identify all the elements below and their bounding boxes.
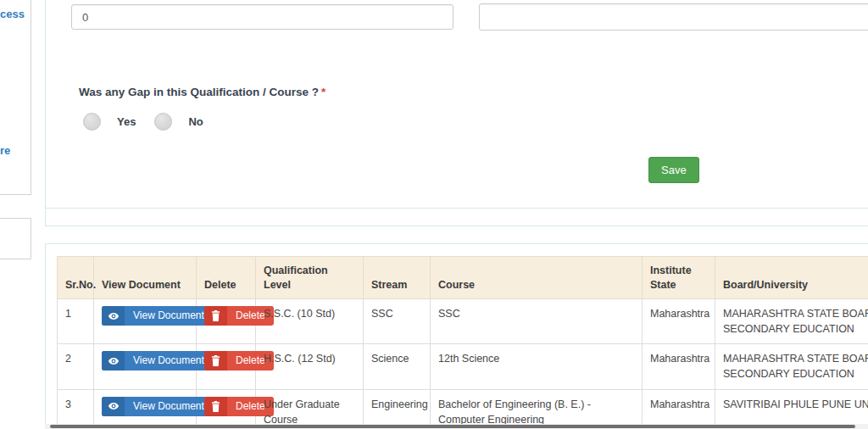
required-asterisk: *: [321, 86, 326, 98]
trash-icon: [204, 351, 227, 370]
cell-stream: SSC: [364, 299, 431, 344]
radio-no[interactable]: [154, 113, 172, 131]
table-body: 1 View Document Delete S.S.C. (10 Std) S…: [58, 299, 868, 429]
header-view-document: View Document: [94, 257, 197, 299]
table-row: 2 View Document Delete H.S.C. (12 Std) S…: [58, 344, 868, 389]
cell-delete: Delete: [197, 299, 256, 344]
cell-delete: Delete: [197, 389, 256, 429]
header-qualification-level: Qualification Level: [256, 257, 364, 299]
sidebar-link-fragment-bottom[interactable]: re: [0, 144, 10, 157]
view-document-button-label: View Document: [125, 397, 213, 416]
gap-question-label: Was any Gap in this Qualification / Cour…: [79, 86, 326, 98]
cell-institute-state: Maharashtra: [643, 389, 715, 429]
cell-stream: Engineering: [364, 389, 431, 429]
radio-no-label: No: [188, 115, 203, 128]
sidebar-panel-top: [0, 0, 31, 195]
sidebar-panel-bottom: [0, 218, 31, 259]
radio-yes[interactable]: [83, 113, 101, 131]
cell-view-document: View Document: [94, 344, 197, 389]
sidebar-link-fragment-top[interactable]: cess: [0, 8, 25, 20]
cell-board-university: MAHARASHTRA STATE BOARD OF SECONDARY EDU…: [715, 344, 868, 389]
cell-board-university: SAVITRIBAI PHULE PUNE UNIVERSITY: [715, 389, 868, 429]
marks-field[interactable]: [71, 4, 453, 30]
horizontal-scrollbar-thumb[interactable]: [50, 425, 855, 428]
trash-icon: [204, 306, 227, 326]
view-document-button-label: View Document: [125, 351, 213, 370]
table-row: 1 View Document Delete S.S.C. (10 Std) S…: [58, 299, 868, 344]
view-document-button[interactable]: View Document: [102, 306, 213, 326]
eye-icon: [102, 351, 125, 370]
cell-sr-no: 2: [58, 344, 94, 389]
header-sr-no: Sr.No.: [58, 257, 94, 299]
cell-institute-state: Maharashtra: [643, 344, 715, 389]
cell-sr-no: 1: [58, 299, 94, 344]
view-document-button-label: View Document: [125, 306, 213, 326]
view-document-button[interactable]: View Document: [102, 351, 213, 370]
cell-institute-state: Maharashtra: [643, 299, 715, 344]
header-course: Course: [431, 257, 643, 299]
horizontal-scrollbar-track[interactable]: [45, 424, 868, 429]
cell-course: Bachelor of Engineering (B. E.) - Comput…: [431, 389, 643, 429]
cell-qualification-level: Under Graduate Course: [256, 389, 364, 429]
cell-board-university: MAHARASHTRA STATE BOARD OF SECONDARY EDU…: [715, 299, 868, 344]
cell-view-document: View Document: [94, 389, 197, 429]
cell-stream: Science: [364, 344, 431, 389]
qualification-table: Sr.No. View Document Delete Qualificatio…: [57, 256, 868, 429]
cell-view-document: View Document: [94, 299, 197, 344]
eye-icon: [102, 306, 125, 326]
cell-sr-no: 3: [58, 389, 94, 429]
save-button[interactable]: Save: [648, 157, 699, 183]
secondary-field[interactable]: [479, 3, 868, 31]
eye-icon: [102, 397, 125, 416]
cell-delete: Delete: [197, 344, 256, 389]
header-delete: Delete: [197, 257, 256, 299]
table-row: 3 View Document Delete Under Graduate Co…: [58, 389, 868, 429]
view-document-button[interactable]: View Document: [102, 397, 213, 416]
cell-course: 12th Science: [431, 344, 643, 389]
header-institute-state: Institute State: [643, 257, 715, 299]
header-stream: Stream: [364, 257, 431, 299]
panel-footer-divider: [46, 208, 868, 209]
radio-yes-label: Yes: [117, 115, 136, 128]
gap-question-text: Was any Gap in this Qualification / Cour…: [79, 86, 319, 98]
cell-course: SSC: [431, 299, 643, 344]
gap-radio-group: Yes No: [83, 113, 222, 131]
table-header-row: Sr.No. View Document Delete Qualificatio…: [58, 257, 868, 299]
trash-icon: [204, 397, 227, 416]
header-board-university: Board/University: [715, 257, 868, 299]
